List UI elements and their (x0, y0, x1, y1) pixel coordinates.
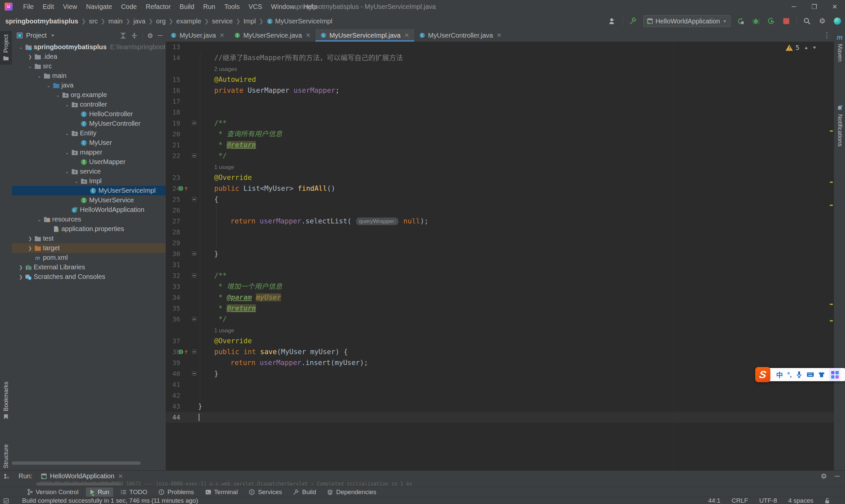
code-line-28[interactable]: 28 (166, 227, 834, 238)
line-number[interactable]: 20 (166, 129, 198, 140)
editor-tab-myuserserviceimpl-java[interactable]: CMyUserServiceImpl.java✕ (316, 29, 414, 41)
line-separator[interactable]: CRLF (732, 497, 748, 504)
toolwindow-button-services[interactable]: Services (245, 487, 286, 497)
code-line-17[interactable]: 17 (166, 96, 834, 107)
breadcrumb-item[interactable]: example (176, 18, 201, 25)
code-line-44[interactable]: 44 (166, 412, 834, 423)
tree-item-mapper[interactable]: ⌄mapper (12, 147, 166, 157)
close-icon[interactable]: ✕ (404, 32, 409, 39)
file-encoding[interactable]: UTF-8 (759, 497, 777, 504)
toolwindow-button-problems[interactable]: Problems (155, 487, 198, 497)
code-line-37[interactable]: 37@Override (166, 336, 834, 346)
fold-start-icon[interactable] (192, 197, 196, 201)
code-line-15[interactable]: 15@Autowired (166, 74, 834, 85)
tree-open-arrow-icon[interactable]: ⌄ (17, 44, 25, 50)
code-line-19[interactable]: 19/** (166, 118, 834, 129)
breadcrumb-item[interactable]: org (156, 18, 166, 25)
tree-closed-arrow-icon[interactable]: ❯ (26, 246, 34, 251)
ide-plugin-icon[interactable] (832, 16, 842, 26)
close-icon[interactable]: ✕ (219, 32, 224, 39)
tree-open-arrow-icon[interactable]: ⌄ (44, 83, 53, 88)
fold-end-icon[interactable] (192, 154, 196, 158)
stripe-tab-notifications[interactable]: Notifications (834, 105, 845, 146)
menu-file[interactable]: File (23, 3, 34, 11)
tree-open-arrow-icon[interactable]: ⌄ (35, 73, 43, 78)
line-number[interactable]: 18 (166, 107, 198, 118)
tree-item-main[interactable]: ⌄main (12, 71, 166, 80)
code-line-33[interactable]: 33 * 增加一个用户信息 (166, 281, 834, 292)
restore-icon[interactable]: ❐ (804, 0, 825, 13)
hide-run-panel-icon[interactable]: ─ (835, 472, 840, 480)
tree-item-usermapper[interactable]: IUserMapper (12, 157, 166, 167)
usages-inlay[interactable]: 2 usages (214, 66, 237, 72)
breadcrumb-item[interactable]: src (89, 18, 98, 25)
code-line-40[interactable]: 40} (166, 368, 834, 379)
tree-open-arrow-icon[interactable]: ⌄ (63, 131, 71, 136)
search-everywhere-icon[interactable] (802, 16, 812, 26)
tree-item-service[interactable]: ⌄service (12, 167, 166, 176)
tree-open-arrow-icon[interactable]: ⌄ (26, 64, 34, 69)
unlock-icon[interactable] (825, 498, 830, 504)
tree-item-application-properties[interactable]: application.properties (12, 224, 166, 234)
line-number[interactable]: 17 (166, 96, 198, 107)
code-line-23[interactable]: 23@Override (166, 172, 834, 183)
code-inlay-row[interactable]: 2 usages (166, 64, 834, 74)
code-line-41[interactable]: 41 (166, 379, 834, 390)
tree-closed-arrow-icon[interactable]: ❯ (26, 236, 34, 241)
user-account-icon[interactable] (607, 16, 617, 26)
tree-item--idea[interactable]: ❯.idea (12, 52, 166, 61)
line-number[interactable]: 16 (166, 85, 198, 96)
menu-view[interactable]: View (63, 3, 77, 11)
menu-navigate[interactable]: Navigate (86, 3, 112, 11)
tool-window-corner-icon[interactable] (4, 474, 9, 479)
tree-item-target[interactable]: ❯target (12, 243, 166, 253)
breadcrumb-item[interactable]: service (212, 18, 233, 25)
rerun-icon[interactable] (736, 16, 745, 26)
code-line-26[interactable]: 26 (166, 205, 834, 216)
code-line-34[interactable]: 34 * @param myUser (166, 292, 834, 303)
menu-tools[interactable]: Tools (224, 3, 240, 11)
close-icon[interactable]: ✕ (497, 32, 501, 39)
line-number[interactable]: 29 (166, 238, 198, 249)
menu-vcs[interactable]: VCS (249, 3, 262, 11)
toolwindow-button-terminal[interactable]: Terminal (201, 487, 242, 497)
profiler-icon[interactable] (766, 16, 776, 26)
console-horizontal-scrollbar[interactable] (36, 483, 121, 486)
line-number[interactable]: 31 (166, 259, 198, 270)
tree-item-helloworldapplication[interactable]: CHelloWorldApplication (12, 205, 166, 215)
tree-open-arrow-icon[interactable]: ⌄ (72, 179, 80, 184)
editor-tab-myuserservice-java[interactable]: IMyUserService.java✕ (229, 29, 316, 41)
toolwindow-button-run[interactable]: Run (86, 487, 113, 497)
tree-item-myusercontroller[interactable]: CMyUserController (12, 119, 166, 128)
stop-icon[interactable] (781, 16, 791, 26)
chevron-down-icon[interactable]: ▼ (51, 33, 55, 37)
tree-item-impl[interactable]: ⌄Impl (12, 176, 166, 186)
tree-item-myuserserviceimpl[interactable]: CMyUserServiceImpl (12, 186, 166, 195)
code-line-29[interactable]: 29 (166, 238, 834, 249)
punctuation-icon[interactable]: °, (787, 371, 792, 379)
toolwindow-button-dependencies[interactable]: Dependencies (323, 487, 380, 497)
tree-closed-arrow-icon[interactable]: ❯ (26, 54, 34, 59)
code-line-30[interactable]: 30} (166, 249, 834, 259)
stripe-tab-project[interactable]: Project (0, 31, 12, 65)
tree-open-arrow-icon[interactable]: ⌄ (35, 217, 43, 222)
line-number[interactable]: 35 (166, 303, 198, 314)
line-number[interactable]: 42 (166, 390, 198, 401)
chinese-mode-icon[interactable]: 中 (776, 370, 783, 380)
menu-build[interactable]: Build (180, 3, 194, 11)
toolwindow-button-build[interactable]: Build (289, 487, 320, 497)
tree-item-hellocontroller[interactable]: CHelloController (12, 109, 166, 119)
line-number[interactable]: 23 (166, 172, 198, 183)
close-icon[interactable]: ✕ (825, 0, 845, 13)
line-number[interactable]: 27 (166, 216, 198, 227)
override-marker-icon[interactable]: O (178, 349, 190, 355)
close-icon[interactable]: ✕ (118, 473, 123, 480)
code-line-13[interactable]: 13 (166, 41, 834, 53)
code-line-25[interactable]: 25{ (166, 194, 834, 205)
tree-item-entity[interactable]: ⌄Entity (12, 128, 166, 138)
project-panel-title[interactable]: Project (26, 32, 47, 39)
hide-panel-icon[interactable]: ─ (158, 32, 162, 39)
tree-item-org-example[interactable]: ⌄org.example (12, 90, 166, 100)
settings-gear-icon[interactable]: ⚙ (817, 16, 827, 26)
status-message[interactable]: Build completed successfully in 1 sec, 7… (22, 497, 198, 504)
